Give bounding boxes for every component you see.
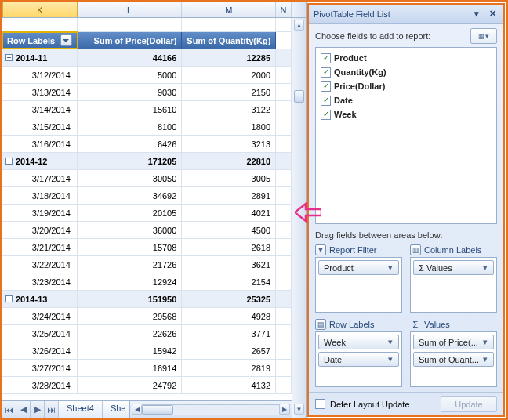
group-label[interactable]: 2014-13 — [2, 291, 78, 307]
cell-date: 3/23/2014 — [2, 273, 78, 290]
collapse-icon[interactable] — [5, 54, 13, 61]
field-quantity[interactable]: ✓Quantity(Kg) — [321, 65, 492, 79]
pane-title-bar[interactable]: PivotTable Field List ▾ ✕ — [309, 5, 503, 24]
cell-date: 3/20/2014 — [2, 222, 78, 238]
chevron-down-icon[interactable]: ▾ — [481, 337, 490, 347]
table-row[interactable]: 3/12/201450002000 — [2, 67, 292, 84]
update-button: Update — [441, 396, 497, 412]
tab-sheet-trunc[interactable]: She — [103, 401, 130, 418]
values-box[interactable]: Sum of Price(...▾ Sum of Quant...▾ — [410, 331, 497, 387]
cell-date: 3/14/2014 — [2, 101, 78, 118]
report-filter-box[interactable]: Product▾ — [315, 257, 402, 313]
drag-fields-label: Drag fields between areas below: — [309, 229, 503, 243]
chevron-down-icon[interactable]: ▾ — [481, 354, 490, 364]
vscroll-thumb[interactable] — [294, 90, 304, 103]
column-labels-box[interactable]: Σ Values▾ — [410, 257, 497, 313]
vscroll-down[interactable]: ▼ — [294, 404, 304, 415]
table-row[interactable]: 3/21/2014157082618 — [2, 239, 292, 256]
checkbox-icon[interactable]: ✓ — [321, 53, 331, 63]
cell-qty: 2657 — [182, 342, 276, 359]
table-row[interactable]: 3/20/2014360004500 — [2, 222, 292, 239]
hscroll-right[interactable]: ▶ — [279, 404, 290, 415]
table-row[interactable]: 3/18/2014346922891 — [2, 187, 292, 205]
row-labels-box[interactable]: Week▾ Date▾ — [315, 331, 402, 387]
table-row[interactable]: 3/28/2014247924132 — [2, 377, 292, 394]
pill-values-col[interactable]: Σ Values▾ — [413, 260, 494, 275]
collapse-icon[interactable] — [5, 158, 13, 165]
field-week[interactable]: ✓Week — [321, 107, 492, 121]
layout-options-button[interactable]: ▦▾ — [470, 28, 497, 44]
vscroll-up[interactable]: ▲ — [294, 20, 304, 31]
table-row[interactable]: 3/22/2014217263621 — [2, 256, 292, 273]
tab-nav-prev[interactable]: ◀ — [16, 401, 31, 418]
field-label: Product — [334, 53, 367, 63]
pill-week[interactable]: Week▾ — [318, 335, 399, 349]
col-header-M[interactable]: M — [182, 2, 276, 17]
chevron-down-icon[interactable]: ▾ — [481, 262, 490, 273]
pill-product[interactable]: Product▾ — [318, 260, 399, 275]
checkbox-icon[interactable]: ✓ — [321, 81, 331, 92]
table-row[interactable]: 3/19/2014201054021 — [2, 205, 292, 222]
chevron-down-icon[interactable]: ▾ — [386, 337, 395, 347]
checkbox-icon[interactable]: ✓ — [321, 67, 331, 78]
table-row[interactable]: 2014-1217120522810 — [2, 153, 292, 170]
cell-qty: 2618 — [182, 239, 276, 255]
chevron-down-icon[interactable]: ▾ — [386, 262, 395, 273]
pill-label: Sum of Quant... — [419, 355, 479, 364]
field-list[interactable]: ✓Product ✓Quantity(Kg) ✓Price(Dollar) ✓D… — [315, 47, 497, 224]
chevron-down-icon[interactable]: ▾ — [386, 354, 395, 364]
table-row[interactable]: Row LabelsSum of Price(Dollar)Sum of Qua… — [2, 32, 292, 49]
table-row[interactable]: 3/24/2014295684928 — [2, 308, 292, 325]
table-row[interactable]: 3/27/2014169142819 — [2, 360, 292, 377]
table-row[interactable]: 2014-114416612285 — [2, 49, 292, 67]
field-price[interactable]: ✓Price(Dollar) — [321, 79, 492, 93]
field-date[interactable]: ✓Date — [321, 93, 492, 107]
defer-checkbox[interactable] — [315, 399, 325, 409]
pill-sum-price[interactable]: Sum of Price(...▾ — [413, 335, 494, 349]
tab-nav-next[interactable]: ▶ — [31, 401, 45, 418]
tab-nav-first[interactable]: ⏮ — [2, 401, 16, 418]
cell-qty: 3213 — [182, 136, 276, 152]
close-icon[interactable]: ✕ — [486, 9, 499, 20]
table-row[interactable]: 3/13/201490302150 — [2, 84, 292, 101]
table-row[interactable]: 3/15/201481001800 — [2, 118, 292, 136]
group-label[interactable]: 2014-11 — [2, 49, 78, 66]
collapse-icon[interactable] — [5, 295, 13, 302]
col-header-L[interactable]: L — [78, 2, 183, 17]
table-row[interactable]: 3/26/2014159422657 — [2, 342, 292, 360]
tab-nav-last[interactable]: ⏭ — [45, 401, 59, 418]
dropdown-icon[interactable]: ▾ — [470, 9, 483, 20]
table-row[interactable]: 3/23/2014129242154 — [2, 273, 292, 291]
cell-qty: 3621 — [182, 256, 276, 273]
field-label: Week — [334, 110, 357, 119]
cell-date: 3/26/2014 — [2, 342, 78, 359]
tab-sheet4[interactable]: Sheet4 — [59, 401, 103, 418]
area-title-text: Column Labels — [424, 245, 481, 255]
group-sum-qty: 12285 — [182, 49, 276, 66]
table-row[interactable] — [2, 18, 292, 32]
grid[interactable]: Row LabelsSum of Price(Dollar)Sum of Qua… — [2, 18, 292, 400]
table-row[interactable]: 2014-1315195025325 — [2, 291, 292, 308]
area-report-filter: ▼Report Filter Product▾ — [315, 243, 402, 313]
group-label[interactable]: 2014-12 — [2, 153, 78, 169]
field-label: Price(Dollar) — [334, 81, 385, 91]
hscroll-thumb[interactable] — [142, 405, 173, 415]
checkbox-icon[interactable]: ✓ — [321, 96, 331, 106]
horizontal-scrollbar[interactable]: ◀ ▶ — [129, 401, 292, 418]
pill-date[interactable]: Date▾ — [318, 352, 399, 367]
cell-qty: 2150 — [182, 84, 276, 100]
col-header-K[interactable]: K — [2, 2, 78, 17]
cell-price: 21726 — [78, 256, 183, 273]
table-row[interactable]: 3/17/2014300503005 — [2, 170, 292, 187]
filter-dropdown-button[interactable] — [60, 34, 72, 46]
checkbox-icon[interactable]: ✓ — [321, 110, 331, 120]
table-row[interactable]: 3/16/201464263213 — [2, 136, 292, 153]
pill-sum-qty[interactable]: Sum of Quant...▾ — [413, 352, 494, 367]
vertical-scrollbar[interactable]: ▲ ▼ — [292, 2, 307, 418]
table-row[interactable]: 3/25/2014226263771 — [2, 325, 292, 342]
cell-price: 30050 — [78, 170, 183, 186]
row-labels-header[interactable]: Row Labels — [2, 32, 78, 49]
field-product[interactable]: ✓Product — [321, 51, 492, 65]
table-row[interactable]: 3/14/2014156103122 — [2, 101, 292, 118]
col-header-N[interactable]: N — [276, 2, 292, 17]
